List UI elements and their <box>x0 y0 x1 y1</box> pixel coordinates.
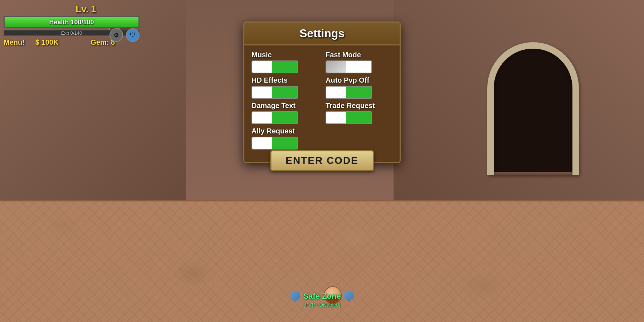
health-bar-container: Health 100/100 <box>4 16 140 28</box>
ally-request-toggle[interactable] <box>252 137 298 150</box>
setting-trade-request: Trade Request <box>326 102 392 124</box>
toggle-off-trade <box>326 112 346 123</box>
music-label: Music <box>252 51 272 59</box>
toggle-on-damage <box>272 112 297 123</box>
safe-zone-badge: Safe Zone [PVP - Disabled] <box>290 291 353 308</box>
fast-mode-toggle[interactable] <box>326 60 372 73</box>
menu-button[interactable]: Menu! <box>4 38 25 47</box>
settings-panel: Settings Music Fast Mode HD Effects <box>243 21 401 163</box>
setting-ally-request: Ally Request <box>252 127 318 150</box>
hd-effects-label: HD Effects <box>252 76 288 84</box>
settings-title: Settings <box>252 27 392 40</box>
setting-auto-pvp: Auto Pvp Off <box>326 76 392 99</box>
exp-text: Exp 0/140 <box>61 30 82 36</box>
toggle-on-pvp <box>346 87 371 98</box>
toggle-off-ally <box>252 137 272 149</box>
pvp-disabled-text: [PVP - Disabled] <box>304 302 340 308</box>
setting-hd-effects: HD Effects <box>252 76 318 99</box>
shield-right-icon <box>344 291 354 302</box>
money-display: $ 100K <box>35 38 59 47</box>
hud: Lv. 1 Health 100/100 Exp 0/140 ⚙ 🛡 <box>4 4 140 47</box>
setting-music: Music <box>252 51 318 73</box>
toggle-on-fast <box>346 61 371 73</box>
settings-header: Settings <box>244 23 400 45</box>
doorway-frame <box>487 42 579 175</box>
music-toggle[interactable] <box>252 60 298 73</box>
toggle-off-pvp <box>326 87 346 98</box>
shield-hud-icon[interactable]: 🛡 <box>126 28 140 42</box>
toggle-on-hd <box>272 87 297 98</box>
setting-fast-mode: Fast Mode <box>326 51 392 73</box>
enter-code-button[interactable]: ENTER CODE <box>270 150 374 171</box>
fast-mode-label: Fast Mode <box>326 51 361 59</box>
hd-effects-toggle[interactable] <box>252 86 298 99</box>
toggle-off-hd <box>252 87 272 98</box>
toggle-on-ally <box>272 137 297 149</box>
settings-body: Music Fast Mode HD Effects Auto Pvp Of <box>244 45 400 155</box>
safe-zone-row: Safe Zone <box>290 291 353 302</box>
trade-request-label: Trade Request <box>326 102 375 110</box>
trade-request-toggle[interactable] <box>326 111 372 124</box>
safe-zone-text: Safe Zone <box>303 292 341 301</box>
damage-text-toggle[interactable] <box>252 111 298 124</box>
health-text: Health 100/100 <box>49 19 94 26</box>
auto-pvp-toggle[interactable] <box>326 86 372 99</box>
toggle-off-music <box>252 61 272 73</box>
toggle-off-fast <box>326 61 346 73</box>
level-text: Lv. 1 <box>32 4 140 15</box>
auto-pvp-label: Auto Pvp Off <box>326 76 369 84</box>
shield-left-icon <box>290 291 300 302</box>
setting-damage-text: Damage Text <box>252 102 318 124</box>
damage-text-label: Damage Text <box>252 102 296 110</box>
toggle-off-damage <box>252 112 272 123</box>
doorway <box>494 47 572 172</box>
toggle-on-trade <box>346 112 371 123</box>
ally-request-label: Ally Request <box>252 127 295 135</box>
toggle-on-music <box>272 61 297 73</box>
gear-icon[interactable]: ⚙ <box>109 28 123 42</box>
